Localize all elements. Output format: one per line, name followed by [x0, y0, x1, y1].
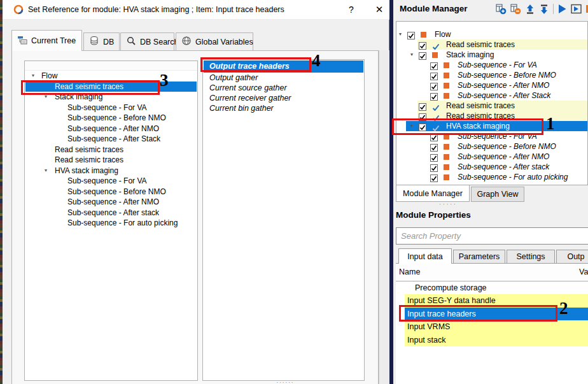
tree-item-label: Read seismic traces — [25, 155, 123, 166]
tree-item-read-seismic-traces[interactable]: Read seismic traces — [25, 82, 197, 92]
tree-item-sub-sequence-for-auto-picking[interactable]: Sub-sequence - For auto picking — [25, 218, 197, 229]
list-item-current-receiver-gather[interactable]: Current receiver gather — [204, 93, 363, 103]
module-row-label: Read seismic traces — [446, 111, 515, 121]
chevron-down-icon[interactable]: ▾ — [410, 52, 413, 58]
module-icon — [444, 133, 449, 139]
checkbox-checked[interactable] — [419, 51, 426, 59]
database-icon — [89, 36, 99, 48]
chevron-down-icon[interactable]: ▾ — [32, 71, 34, 82]
checkbox-checked[interactable] — [419, 102, 426, 110]
tree-item-sub-sequence-before-nmo[interactable]: Sub-sequence - Before NMO — [25, 187, 197, 197]
module-row-label: Flow — [435, 29, 451, 39]
module-row-label: Stack imaging — [446, 50, 494, 60]
search-property-input[interactable] — [396, 227, 588, 245]
run-flow-icon[interactable] — [571, 4, 582, 14]
run-icon[interactable] — [557, 4, 567, 14]
tab-global-variables[interactable]: Global Variables — [176, 32, 253, 51]
dialog-scrollbar-track[interactable] — [379, 50, 389, 384]
tree-item-sub-sequence-after-nmo[interactable]: Sub-sequence - After NMO — [25, 197, 197, 208]
property-row-input-vrms[interactable]: Input VRMS — [396, 320, 588, 333]
tab-label: Outp — [567, 252, 584, 261]
checkbox-checked[interactable] — [419, 41, 426, 48]
tree-item-sub-sequence-for-va[interactable]: Sub-sequence - For VA — [25, 176, 197, 187]
list-item-output-gather[interactable]: Output gather — [204, 73, 363, 83]
tree-item-flow[interactable]: ▾Flow — [25, 71, 197, 82]
tree-item-sub-sequence-before-nmo[interactable]: Sub-sequence - Before NMO — [25, 113, 197, 124]
checkbox-checked[interactable] — [430, 82, 438, 89]
add-module-icon[interactable] — [496, 4, 507, 15]
module-row-flow[interactable]: ▾Flow — [396, 29, 587, 39]
move-up-icon[interactable] — [525, 4, 535, 15]
module-icon — [444, 143, 449, 150]
remove-module-icon[interactable] — [510, 4, 521, 15]
list-item-current-source-gather[interactable]: Current source gather — [204, 83, 363, 93]
module-row-sub-sequence-after-nmo[interactable]: Sub-sequence - After NMO — [396, 80, 587, 90]
tree-item-sub-sequence-after-nmo[interactable]: Sub-sequence - After NMO — [25, 124, 197, 134]
property-row-input-trace-headers[interactable]: Input trace headers — [396, 308, 588, 320]
tab-current-tree[interactable]: Current Tree — [11, 30, 82, 51]
checkbox-checked[interactable] — [430, 71, 438, 79]
checkbox-checked[interactable] — [430, 143, 438, 150]
module-row-sub-sequence-for-va[interactable]: Sub-sequence - For VA — [396, 60, 587, 70]
column-value: Va — [579, 264, 588, 281]
checkbox-checked[interactable] — [419, 122, 426, 130]
module-row-read-seismic-traces[interactable]: Read seismic traces — [396, 111, 587, 121]
globe-icon — [181, 36, 192, 48]
chevron-down-icon[interactable]: ▾ — [410, 123, 413, 129]
module-row-sub-sequence-before-nmo[interactable]: Sub-sequence - Before NMO — [396, 141, 587, 152]
checkbox-checked[interactable] — [430, 61, 438, 69]
tree-item-read-seismic-traces[interactable]: Read seismic traces — [25, 145, 197, 155]
checkbox-checked[interactable] — [430, 173, 438, 181]
module-icon — [444, 92, 449, 99]
property-row-precompute-storage[interactable]: Precompute storage — [396, 281, 588, 294]
module-row-sub-sequence-for-auto-picking[interactable]: Sub-sequence - For auto picking — [396, 172, 587, 182]
list-item-output-trace-headers[interactable]: Output trace headers — [204, 60, 363, 73]
tab-db-search[interactable]: DB Search — [120, 32, 174, 51]
checkbox-checked[interactable] — [430, 92, 438, 99]
tree-item-sub-sequence-for-va[interactable]: Sub-sequence - For VA — [25, 103, 197, 113]
checkbox-checked[interactable] — [430, 153, 438, 160]
module-row-stack-imaging[interactable]: ▾Stack imaging — [396, 50, 587, 60]
property-row-input-seg-y-data-handle[interactable]: Input SEG-Y data handle — [396, 294, 588, 307]
module-row-label: Sub-sequence - For VA — [458, 60, 537, 70]
move-down-icon[interactable] — [539, 4, 549, 15]
tree-item-read-seismic-traces[interactable]: Read seismic traces — [25, 155, 197, 166]
chevron-down-icon[interactable]: ▾ — [45, 92, 47, 103]
list-item-current-bin-gather[interactable]: Current bin gather — [204, 103, 363, 113]
checkbox-checked[interactable] — [430, 132, 438, 140]
tab-db[interactable]: DB — [83, 32, 120, 51]
tree-item-sub-sequence-after-stack[interactable]: Sub-sequence - After stack — [25, 208, 197, 218]
help-button[interactable]: ? — [344, 3, 359, 17]
tab-module-manager[interactable]: Module Manager — [396, 185, 470, 202]
module-row-sub-sequence-before-nmo[interactable]: Sub-sequence - Before NMO — [396, 70, 587, 80]
list-item-label: Current source gather — [209, 83, 287, 92]
module-row-read-seismic-traces[interactable]: Read seismic traces — [396, 101, 587, 111]
checkbox-checked[interactable] — [419, 112, 426, 120]
module-row-sub-sequence-for-va[interactable]: Sub-sequence - For VA — [396, 131, 587, 141]
tab-graph-view[interactable]: Graph View — [471, 187, 524, 202]
module-row-hva-stack-imaging[interactable]: ▾HVA stack imaging — [396, 121, 587, 131]
checkbox-checked[interactable] — [407, 31, 415, 38]
dialog-titlebar: Set Reference for module: HVA stack imag… — [3, 0, 389, 20]
module-row-read-seismic-traces[interactable]: Read seismic traces — [396, 39, 587, 50]
current-tree-panel: ▾FlowRead seismic traces▾Stack imagingSu… — [24, 60, 198, 381]
tab-outp[interactable]: Outp — [556, 250, 588, 264]
chevron-down-icon[interactable]: ▾ — [399, 31, 402, 38]
chevron-down-icon[interactable]: ▾ — [45, 166, 47, 176]
tab-settings[interactable]: Settings — [507, 250, 555, 264]
tab-parameters[interactable]: Parameters — [453, 250, 505, 264]
module-row-sub-sequence-after-stack[interactable]: Sub-sequence - After Stack — [396, 90, 587, 101]
close-icon[interactable]: ✕ — [372, 3, 387, 17]
tree-item-sub-sequence-after-stack[interactable]: Sub-sequence - After Stack — [25, 134, 197, 145]
property-row-input-stack[interactable]: Input stack — [396, 334, 588, 346]
tree-item-stack-imaging[interactable]: ▾Stack imaging — [25, 92, 197, 103]
column-name: Name — [399, 264, 420, 281]
checkbox-checked[interactable] — [430, 163, 438, 171]
tree-item-hva-stack-imaging[interactable]: ▾HVA stack imaging — [25, 166, 197, 176]
module-row-sub-sequence-after-stack[interactable]: Sub-sequence - After stack — [396, 162, 587, 172]
list-item-label: Current bin gather — [209, 104, 274, 113]
list-item-label: Current receiver gather — [209, 94, 291, 103]
module-row-sub-sequence-after-nmo[interactable]: Sub-sequence - After NMO — [396, 152, 587, 162]
tab-input-data[interactable]: Input data — [398, 248, 452, 264]
size-grip-dots[interactable]: ······ — [276, 378, 295, 384]
